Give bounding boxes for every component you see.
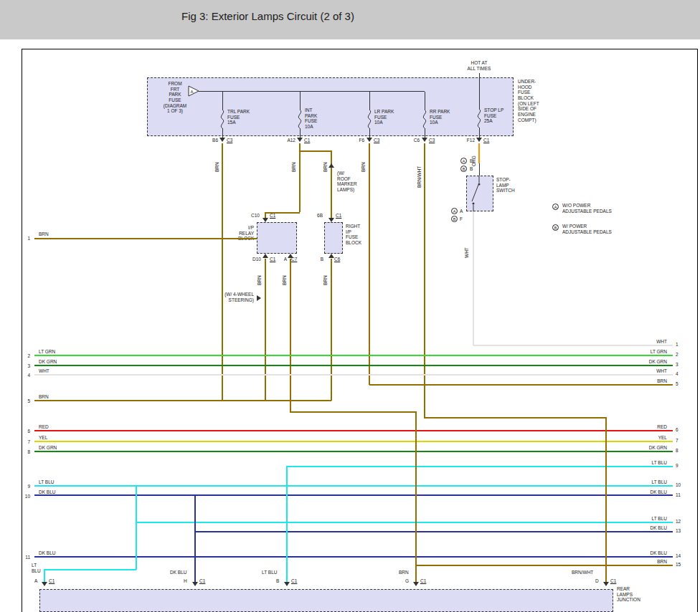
connector-id: C1	[304, 138, 310, 143]
wire-name: DK BLU	[39, 550, 55, 556]
wire-brn-b6	[222, 143, 223, 401]
stop-lamp-switch-label: STOP- LAMP SWITCH	[496, 177, 515, 193]
connector-arrow-icon	[328, 218, 334, 222]
fuse-label-trl-park: TRL PARK FUSE 15A	[227, 109, 250, 125]
wire-name: BRN/WHT	[417, 166, 422, 188]
from-frt-park-fuse-label: FROM FRT PARK FUSE (DIAGRAM 1 OF 3)	[161, 81, 189, 114]
row-number: 1	[676, 342, 678, 348]
wire-name: BRN	[291, 162, 297, 172]
connector-id: C1	[420, 578, 426, 584]
row-number: 12	[676, 519, 681, 525]
wire-row	[34, 441, 673, 442]
fuse-lead	[300, 92, 301, 110]
connector-id: C7	[291, 257, 297, 262]
wire-row	[34, 365, 673, 366]
wire-name: DK GRN	[39, 445, 57, 451]
wire-name: WHT	[623, 339, 667, 345]
fuse-symbol	[366, 110, 373, 128]
legend-text: W/O POWER ADJUSTABLE PEDALS	[562, 203, 612, 214]
note-arrow-icon	[328, 163, 334, 168]
variant-circle-b: B	[460, 166, 467, 172]
connector-pin: A12	[281, 138, 295, 143]
wire-name: LT BLU	[262, 570, 277, 575]
rear-lamps-junction-box	[39, 589, 613, 612]
fuse-symbol	[219, 110, 226, 128]
wire-name: DK GRN	[623, 359, 667, 365]
wire-name: RED	[623, 424, 667, 430]
row-number: 7	[23, 439, 30, 445]
wire-brnwht-c6	[424, 143, 425, 418]
connector-pin: C10	[248, 213, 260, 219]
legend-circle-a: A	[552, 204, 559, 210]
wire-ltblu-pin-a	[44, 569, 45, 583]
wire-name: RED	[39, 424, 49, 430]
wire-name: YEL	[623, 435, 667, 441]
wire-name: BRN	[39, 394, 49, 400]
switch-pin: E	[470, 158, 473, 164]
row-number: 11	[676, 492, 681, 498]
wire-wht-stop-lamp	[473, 211, 474, 345]
row-number: 13	[676, 528, 681, 534]
wire-name: BRN/WHT	[572, 570, 593, 575]
wire-name: DK BLU	[623, 525, 667, 531]
connector-id: C1	[336, 213, 341, 219]
connector-arrow-icon	[262, 218, 268, 222]
wire-name: BRN	[39, 231, 49, 237]
underhood-fuse-block-box	[147, 77, 514, 136]
wire-name: BRN	[214, 162, 220, 172]
row-number: 6	[23, 429, 30, 434]
wire-name: LT GRN	[39, 349, 55, 355]
four-wheel-steering-note: (W/ 4-WHEEL STEERING)	[207, 292, 254, 302]
switch-pin: F	[460, 216, 463, 222]
connector-arrow-icon	[603, 582, 609, 586]
wire-row	[34, 355, 673, 356]
row-number: 7	[676, 438, 678, 444]
connector-pin: F6	[353, 138, 364, 143]
connector-id: C1	[270, 213, 275, 219]
legend-text: W/ POWER ADJUSTABLE PEDALS	[562, 224, 612, 234]
fuse-lead	[222, 128, 223, 138]
wire-row	[195, 531, 673, 532]
fuse-lead	[222, 92, 223, 110]
wire-name: BRN	[282, 275, 288, 285]
header-bar: Fig 3: Exterior Lamps Circuit (2 of 3)	[0, 0, 700, 39]
wire-brn-f6	[369, 143, 370, 385]
wiring-diagram-page: Fig 3: Exterior Lamps Circuit (2 of 3) F…	[0, 0, 700, 612]
wire-name: BRN	[361, 162, 366, 172]
wire-row	[34, 430, 673, 431]
wire-name: BRN	[399, 570, 409, 575]
fuse-label-stop-lp: STOP LP FUSE 25A	[484, 107, 503, 124]
wire-brn-b-c6	[331, 259, 332, 401]
wire-row	[416, 565, 673, 566]
wire-row	[287, 466, 673, 467]
row-number: 5	[23, 398, 30, 404]
wire-row	[473, 345, 673, 346]
wire-name: WHT	[39, 368, 49, 374]
connector-arrow-icon	[219, 138, 225, 142]
wire-name: DK BLU	[623, 550, 667, 556]
rear-lamps-junction-label: REAR LAMPS JUNCTION	[617, 586, 640, 603]
connector-id: C3	[429, 138, 435, 143]
variant-circle-a: A	[460, 158, 467, 164]
wire-row	[34, 556, 673, 558]
connector-pin: A	[34, 578, 37, 584]
row-number: 9	[676, 463, 678, 469]
wire-name: YEL	[39, 435, 47, 441]
fuse-lead	[369, 128, 370, 138]
connector-pin: F12	[460, 138, 475, 143]
connector-arrow-icon	[366, 138, 372, 142]
right-ip-fuse-block-box	[324, 222, 343, 254]
wire-name: BRN	[257, 275, 262, 285]
wire-row	[34, 451, 673, 452]
fuse-symbol	[296, 110, 303, 128]
right-ip-fuse-block-label: RIGHT I/P FUSE BLOCK	[346, 224, 361, 246]
wire-brn-branch	[299, 150, 332, 152]
wire-name: DK GRN	[39, 359, 57, 365]
row-number: 2	[676, 352, 678, 358]
battery-feed-line	[479, 73, 480, 110]
wire-ltblu-run	[44, 569, 136, 570]
legend-circle-b: B	[552, 224, 559, 231]
fuse-label-int-park: INT PARK FUSE 10A	[305, 107, 317, 130]
fuse-symbol	[421, 110, 428, 128]
roof-marker-note: (W/ ROOF MARKER LAMPS)	[337, 171, 357, 193]
